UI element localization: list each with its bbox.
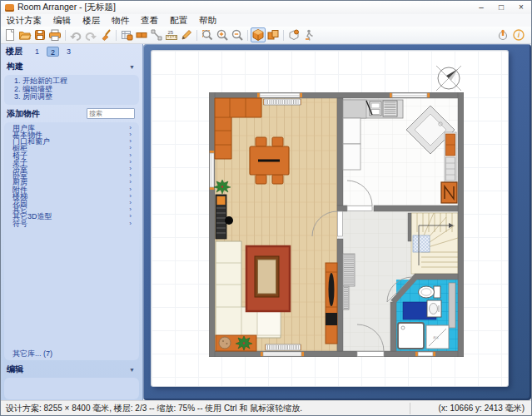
menu-object[interactable]: 物件 [106,14,135,27]
transform-icon[interactable] [149,27,164,42]
step-adjust-rooms[interactable]: 3. 房间调整 [14,93,134,102]
floor-plan[interactable]: 淋浴 [209,92,464,357]
tv[interactable] [329,273,335,306]
walk-mode-icon[interactable] [301,27,316,42]
category-symbols[interactable]: 符号› [4,220,139,227]
menu-floor[interactable]: 楼层 [77,14,106,27]
status-plan-info: 设计方案: 8255 × 8400 毫米, 楼层: 2/3 -- 缩放: 75%… [1,403,410,414]
stair-landing [413,235,430,252]
collapse-arrow-icon[interactable]: ▼ [129,367,135,373]
menu-view[interactable]: 查看 [135,14,164,27]
shower-tray[interactable] [398,323,424,349]
view-3d-icon[interactable] [251,27,266,42]
bath-cabinet[interactable] [449,283,455,328]
floor-tabs: 楼层 1 2 3 [1,44,142,58]
edit-panel [4,378,139,399]
floor-lamp[interactable] [225,216,233,225]
menu-design[interactable]: 设计方案 [1,14,47,27]
measure-icon[interactable]: 25 [164,27,179,42]
menu-bar: 设计方案 编辑 楼层 物件 查看 配置 帮助 [1,14,531,27]
wall-icon[interactable] [134,27,149,42]
floor-tab-1[interactable]: 1 [31,47,43,57]
floors-label: 楼层 [6,46,22,57]
print-icon[interactable] [47,27,62,42]
about-icon[interactable]: i [511,27,526,42]
compass-icon[interactable] [433,62,465,94]
sidebar: 楼层 1 2 3 构建 ▼ 1. 开始新的工程 2. 编辑墙壁 3. 房间调整 … [1,44,143,400]
title-bar: Room Arranger - [无标题] – □ × [1,1,531,14]
wall-unit[interactable] [445,132,456,182]
other-libraries-link[interactable]: 其它库... (7) [4,349,139,359]
menu-options[interactable]: 配置 [164,14,193,27]
menu-help[interactable]: 帮助 [193,14,222,27]
window-title: Room Arranger - [无标题] [17,2,116,13]
svg-text:25: 25 [168,30,174,35]
toilet[interactable] [419,286,441,298]
heater-unit[interactable] [441,182,457,203]
status-bar: 设计方案: 8255 × 8400 毫米, 楼层: 2/3 -- 缩放: 75%… [1,400,531,415]
bookshelf[interactable] [216,195,226,239]
edit-section-header[interactable]: 编辑 ▼ [1,361,142,377]
drawing-canvas[interactable]: 淋浴 [143,44,531,400]
plan-page[interactable]: 淋浴 [152,51,508,386]
toolbar: 25 i [1,27,531,44]
format-brush-icon[interactable] [98,27,113,42]
chevron-right-icon: › [129,220,132,227]
bath-sink[interactable] [427,300,441,317]
coffee-table[interactable] [255,256,279,297]
potted-plant[interactable] [214,180,231,194]
undo-icon[interactable] [68,27,83,42]
collapse-arrow-icon[interactable]: ▼ [129,64,135,70]
status-cursor-coords: (x: 10666 y: 2413 毫米) [410,403,531,414]
zoom-out-icon[interactable] [230,27,245,42]
svg-text:i: i [518,31,520,39]
tv-cabinet[interactable] [326,263,337,344]
floor-tab-3[interactable]: 3 [62,47,75,57]
add-objects-header: 添加物件 [1,106,142,121]
app-window: Room Arranger - [无标题] – □ × 设计方案 编辑 楼层 物… [0,0,532,416]
walkthrough-3d-icon[interactable] [286,27,301,42]
minimize-button[interactable]: – [471,1,491,14]
maximize-button[interactable]: □ [491,1,511,14]
app-icon [5,4,14,12]
menu-edit[interactable]: 编辑 [47,14,77,27]
stove[interactable] [383,101,397,116]
floor-tab-2[interactable]: 2 [47,47,59,57]
redo-icon[interactable] [83,27,98,42]
close-button[interactable]: × [511,1,531,14]
shower-cabin[interactable]: 淋浴 [426,325,449,349]
open-icon[interactable] [17,27,32,42]
objects-3d-icon[interactable] [266,27,281,42]
plan-settings-icon[interactable] [119,27,134,42]
zoom-in-icon[interactable] [215,27,230,42]
svg-text:淋浴: 淋浴 [433,336,440,339]
build-section-header[interactable]: 构建 ▼ [1,58,142,74]
object-search-input[interactable] [87,108,135,119]
kitchen-counter[interactable] [343,100,403,118]
staircase[interactable] [411,213,458,274]
save-icon[interactable] [32,27,47,42]
draw-icon[interactable] [179,27,194,42]
kitchen-cabinets[interactable] [343,118,360,170]
zoom-region-icon[interactable] [200,27,215,42]
build-steps-panel: 1. 开始新的工程 2. 编辑墙壁 3. 房间调整 [4,75,139,105]
new-icon[interactable] [2,27,17,42]
pointer-mode-icon[interactable] [496,27,511,42]
object-categories-panel: 用户库› 基本物件› 门口和窗户› 橱柜› 椅子› 桌子› 浴室› 卧室› 厨房… [4,122,139,360]
